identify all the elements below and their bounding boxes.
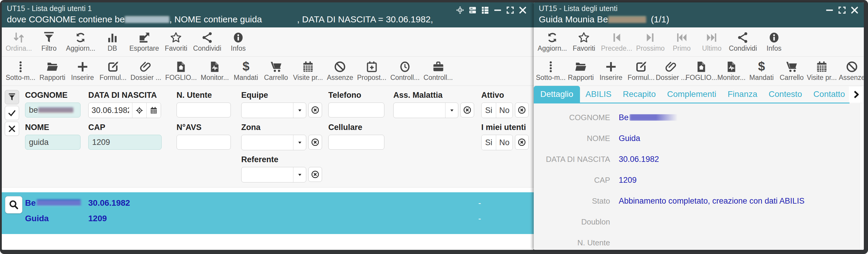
n-utente-input[interactable] — [177, 102, 231, 118]
clear-icon — [311, 105, 320, 115]
attivo-no-button[interactable]: No — [496, 103, 513, 118]
share-button[interactable]: Condividi — [727, 28, 758, 56]
visits-button[interactable]: Visite pr... — [807, 58, 836, 85]
share-button[interactable]: Condividi — [191, 28, 223, 56]
i-miei-utenti-clear-button[interactable] — [515, 135, 529, 150]
chevron-right-icon — [851, 90, 861, 99]
dots-icon — [14, 61, 27, 73]
visits-button[interactable]: Visite pr... — [291, 58, 325, 85]
cancel-filter-button[interactable] — [5, 122, 19, 136]
insert-button[interactable]: Inserire — [596, 58, 626, 85]
dossier-button[interactable]: Dossier ... — [657, 58, 686, 85]
filter-button[interactable]: Filtro — [34, 28, 63, 56]
close-button[interactable] — [518, 6, 527, 14]
prev-icon — [610, 31, 623, 44]
results-list: Be 30.06.1982 - Guida 1209 - — [2, 187, 534, 250]
monitor-button[interactable]: Monitor... — [717, 58, 746, 85]
proposals-button[interactable]: Propost... — [355, 58, 388, 85]
next-button[interactable]: Prossimo — [634, 28, 666, 56]
move-window-button[interactable] — [456, 6, 465, 14]
titlebar[interactable]: UT15 - Lista degli utenti Guida Mounia B… — [534, 2, 864, 27]
target-button[interactable] — [132, 103, 146, 118]
sort-button[interactable]: Ordina... — [4, 28, 33, 56]
zona-select[interactable] — [241, 135, 306, 150]
monitor-button[interactable]: Monitor... — [199, 58, 230, 85]
cart-button[interactable]: Carrello — [261, 58, 291, 85]
foglio-button[interactable]: FOGLIO... — [164, 58, 198, 85]
control-time-button[interactable]: Controll... — [389, 58, 421, 85]
referente-select[interactable] — [241, 167, 306, 183]
tab-contesto[interactable]: Contesto — [763, 86, 808, 102]
previous-button[interactable]: Precede... — [599, 28, 633, 56]
i-miei-utenti-no-button[interactable]: No — [496, 135, 513, 150]
favorites-button[interactable]: Favoriti — [569, 28, 598, 56]
window-controls — [456, 6, 527, 14]
reports-button[interactable]: Rapporti — [566, 58, 595, 85]
mandates-button[interactable]: Mandati — [747, 58, 776, 85]
export-button[interactable]: Esportare — [128, 28, 161, 56]
confirm-filter-button[interactable] — [5, 106, 19, 120]
layout-rows-button[interactable] — [468, 6, 477, 14]
i-miei-utenti-si-button[interactable]: Si — [482, 135, 496, 150]
layout-list-button[interactable] — [480, 6, 490, 14]
nome-input[interactable] — [25, 135, 81, 150]
minimize-button[interactable] — [493, 6, 502, 14]
equipe-select[interactable] — [241, 102, 306, 118]
calendar-button[interactable] — [146, 103, 161, 118]
titlebar[interactable]: UT15 - Lista degli utenti 1 dove COGNOME… — [2, 2, 534, 27]
apply-filter-button[interactable] — [5, 90, 19, 104]
ass-malattia-clear-button[interactable] — [460, 102, 474, 118]
refresh-button[interactable]: Aggiorn... — [536, 28, 568, 56]
foglio-button[interactable]: FOGLIO... — [687, 58, 716, 85]
tabs-overflow-button[interactable] — [849, 87, 863, 102]
infos-button[interactable]: Infos — [224, 28, 253, 56]
control-case-button[interactable]: Controll... — [422, 58, 454, 85]
close-button[interactable] — [850, 6, 859, 14]
first-button[interactable]: Primo — [667, 28, 696, 56]
field-n-utente: N. Utente — [177, 91, 231, 118]
star-icon — [578, 31, 590, 44]
tab-recapito[interactable]: Recapito — [617, 86, 662, 102]
attivo-si-button[interactable]: Si — [482, 103, 496, 118]
chevron-down-icon — [293, 103, 306, 118]
refresh-button[interactable]: Aggiorn... — [64, 28, 97, 56]
birthdate-input[interactable] — [89, 103, 132, 118]
referente-clear-button[interactable] — [308, 167, 322, 182]
result-row[interactable]: Be 30.06.1982 - Guida 1209 - — [2, 192, 534, 234]
attivo-clear-button[interactable] — [515, 102, 529, 118]
submenu-button[interactable]: Sotto-m... — [536, 58, 565, 85]
tab-finanza[interactable]: Finanza — [722, 86, 763, 102]
forms-button[interactable]: Formul... — [98, 58, 128, 85]
cart-button[interactable]: Carrello — [777, 58, 806, 85]
favorites-button[interactable]: Favoriti — [161, 28, 190, 56]
minimize-button[interactable] — [825, 6, 834, 14]
submenu-button[interactable]: Sotto-m... — [4, 58, 37, 85]
scrollbar[interactable] — [859, 103, 864, 250]
absences-button[interactable]: Assenze — [837, 58, 864, 85]
tab-complementi[interactable]: Complementi — [661, 86, 722, 102]
mandates-button[interactable]: Mandati — [231, 58, 260, 85]
dossier-button[interactable]: Dossier ... — [129, 58, 163, 85]
reports-button[interactable]: Rapporti — [38, 58, 67, 85]
telefono-input[interactable] — [328, 102, 384, 118]
tab-contatto[interactable]: Contatto — [808, 86, 849, 102]
infos-button[interactable]: Infos — [760, 28, 789, 56]
tab-abilis[interactable]: ABILIS — [580, 86, 617, 102]
tab-dettaglio[interactable]: Dettaglio — [534, 86, 580, 102]
n-avs-input[interactable] — [177, 135, 231, 150]
detail-stato: Stato Abbinamento completato, creazione … — [534, 191, 864, 211]
cellulare-input[interactable] — [328, 135, 384, 150]
maximize-button[interactable] — [838, 6, 846, 14]
last-button[interactable]: Ultimo — [697, 28, 726, 56]
ban-icon — [334, 61, 346, 73]
equipe-clear-button[interactable] — [308, 102, 322, 118]
maximize-button[interactable] — [506, 6, 515, 14]
db-button[interactable]: DB — [98, 28, 127, 56]
cap-input[interactable] — [88, 135, 162, 150]
ass-malattia-select[interactable] — [393, 102, 458, 118]
forms-button[interactable]: Formul... — [626, 58, 656, 85]
insert-button[interactable]: Inserire — [68, 58, 97, 85]
absences-button[interactable]: Assenze — [325, 58, 354, 85]
target-icon — [135, 106, 144, 115]
zona-clear-button[interactable] — [308, 135, 322, 150]
